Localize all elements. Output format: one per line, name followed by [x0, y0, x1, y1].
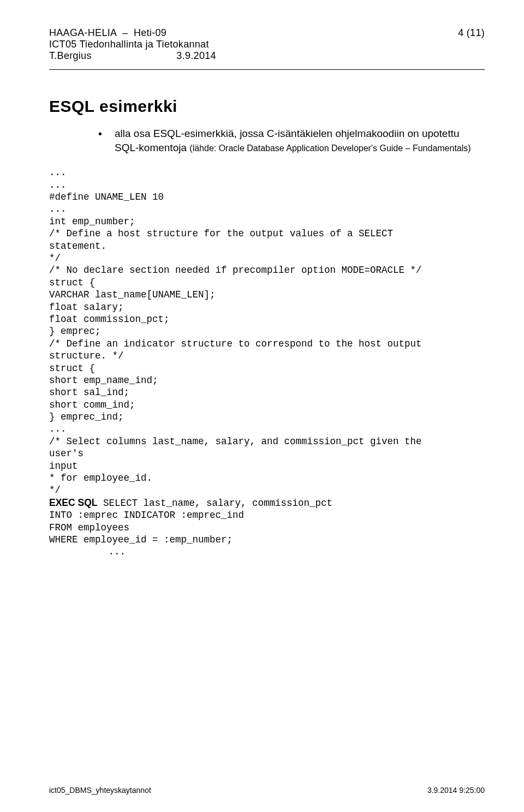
code-line: INTO :emprec INDICATOR :emprec_ind	[49, 510, 244, 521]
code-line: ...	[49, 204, 67, 214]
code-line: statement.	[49, 241, 106, 252]
code-line: ...	[49, 423, 67, 434]
program-name: Heti-09	[134, 27, 166, 38]
code-block: ... ... #define UNAME_LEN 10 ... int emp…	[49, 166, 485, 558]
code-line: */	[49, 253, 61, 264]
code-line: struct {	[49, 277, 95, 288]
code-line: ...	[109, 546, 126, 557]
code-line: } emprec;	[49, 326, 101, 337]
document-page: HAAGA-HELIA – Heti-09 ICT05 Tiedonhallin…	[0, 0, 524, 812]
code-line: user's	[49, 448, 84, 459]
header-org-line: HAAGA-HELIA – Heti-09	[49, 27, 216, 39]
code-line: input	[49, 461, 78, 471]
code-line: ...	[49, 167, 67, 178]
page-title: ESQL esimerkki	[49, 97, 485, 116]
footer-timestamp: 3.9.2014 9:25:00	[427, 786, 485, 795]
bullet-list: alla osa ESQL-esimerkkiä, jossa C-isäntä…	[49, 127, 485, 154]
header-divider	[49, 69, 485, 70]
code-line: short emp_name_ind;	[49, 375, 158, 386]
code-line: short comm_ind;	[49, 399, 135, 410]
code-line: structure. */	[49, 350, 124, 361]
page-number: 4 (11)	[458, 27, 485, 62]
code-line: * for employee_id.	[49, 473, 152, 483]
author: T.Bergius	[49, 50, 92, 61]
code-line: VARCHAR last_name[UNAME_LEN];	[49, 289, 216, 300]
code-line: float salary;	[49, 302, 124, 313]
code-line: /* Select columns last_name, salary, and…	[49, 436, 422, 447]
bullet-item: alla osa ESQL-esimerkkiä, jossa C-isäntä…	[115, 127, 485, 154]
exec-sql-keyword: EXEC SQL	[49, 497, 98, 508]
code-line: FROM employees	[49, 522, 129, 533]
code-line: short sal_ind;	[49, 387, 129, 398]
code-line: /* No declare section needed if precompi…	[49, 265, 422, 276]
page-footer: ict05_DBMS_yhteyskaytannot 3.9.2014 9:25…	[49, 786, 485, 795]
footer-filename: ict05_DBMS_yhteyskaytannot	[49, 786, 151, 795]
code-line: WHERE employee_id = :emp_number;	[49, 534, 233, 545]
code-line: */	[49, 485, 61, 495]
author-date-line: T.Bergius 3.9.2014	[49, 50, 216, 62]
code-line: } emprec_ind;	[49, 411, 124, 422]
code-line: float commission_pct;	[49, 314, 170, 325]
code-line: struct {	[49, 363, 95, 374]
header-left: HAAGA-HELIA – Heti-09 ICT05 Tiedonhallin…	[49, 27, 216, 62]
header-date: 3.9.2014	[176, 50, 216, 61]
code-line: SELECT last_name, salary, commission_pct	[98, 498, 333, 509]
page-header: HAAGA-HELIA – Heti-09 ICT05 Tiedonhallin…	[49, 27, 485, 62]
bullet-source: (lähde: Oracle Database Application Deve…	[189, 144, 471, 153]
org-name: HAAGA-HELIA	[49, 27, 116, 38]
code-line: /* Define an indicator structure to corr…	[49, 338, 422, 349]
code-line: /* Define a host structure for the outpu…	[49, 228, 393, 239]
code-line: int emp_number;	[49, 216, 135, 227]
code-line: ...	[49, 180, 67, 190]
code-line: #define UNAME_LEN 10	[49, 192, 164, 202]
course-name: ICT05 Tiedonhallinta ja Tietokannat	[49, 39, 216, 50]
